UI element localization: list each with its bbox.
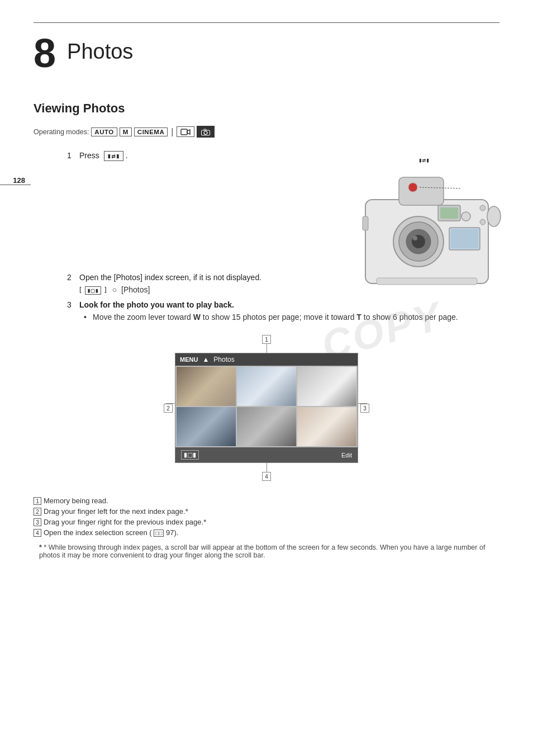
legend-item-4: 4 Open the index selection screen ( □□ 9… xyxy=(34,528,499,537)
camera-svg xyxy=(332,166,516,311)
svg-point-19 xyxy=(487,206,501,226)
legend-text-1: Memory being read. xyxy=(44,497,108,505)
toolbar-camera-icon: ▲ xyxy=(202,356,209,363)
callout-bottom-area: 4 xyxy=(166,463,367,481)
legend-text-4: Open the index selection screen ( □□ 97)… xyxy=(44,528,178,537)
section-title: Viewing Photos xyxy=(34,101,499,116)
thumb-1 xyxy=(177,367,236,406)
bottom-left-icon: ▮▢▮ xyxy=(181,450,199,460)
chapter-number: 8 xyxy=(34,33,56,73)
callout-1: 1 xyxy=(262,335,271,344)
step-1-text: Press ▮⇄▮ . xyxy=(79,151,128,161)
toolbar-title: Photos xyxy=(213,356,234,363)
page-number: 128 xyxy=(0,176,31,185)
step-1-button-icon: ▮⇄▮ xyxy=(104,151,123,161)
camera-illustration: ▮⇄▮ xyxy=(332,157,516,313)
callout-top-area: 1 xyxy=(166,335,367,353)
svg-point-18 xyxy=(480,205,486,211)
screen-toolbar: MENU ▲ Photos xyxy=(175,353,358,366)
top-rule xyxy=(34,22,499,23)
svg-rect-15 xyxy=(451,229,478,248)
mode-auto: AUTO xyxy=(91,127,117,136)
svg-rect-22 xyxy=(363,216,368,230)
mode-camera xyxy=(197,126,215,138)
legend-num-3: 3 xyxy=(34,518,41,526)
mode-m: M xyxy=(120,127,132,136)
thumb-5 xyxy=(237,407,296,446)
operating-modes-label: Operating modes: xyxy=(34,128,89,136)
legend-list: 1 Memory being read. 2 Drag your finger … xyxy=(34,497,499,537)
callout-top-line xyxy=(266,344,267,353)
svg-rect-0 xyxy=(181,129,187,135)
note-asterisk: * xyxy=(39,544,42,551)
menu-label: MENU xyxy=(180,356,198,363)
screen-bottom-bar: ▮▢▮ Edit xyxy=(175,447,358,462)
step-3-bullet: • Move the zoom lever toward W to show 1… xyxy=(84,313,499,322)
bottom-edit-label: Edit xyxy=(341,452,352,459)
legend-item-2: 2 Drag your finger left for the next ind… xyxy=(34,507,499,516)
legend-item-3: 3 Drag your finger right for the previou… xyxy=(34,518,499,526)
legend-text-3: Drag your finger right for the previous … xyxy=(44,518,206,526)
page-num-rule xyxy=(0,185,31,185)
mode-cinema: CINEMA xyxy=(134,127,168,136)
legend-num-2: 2 xyxy=(34,508,41,516)
step-1-number: 1 xyxy=(67,151,76,160)
svg-marker-1 xyxy=(187,130,190,134)
operating-modes: Operating modes: AUTO M CINEMA | xyxy=(34,126,499,138)
svg-rect-13 xyxy=(440,207,458,219)
callout-bottom-line xyxy=(266,463,267,472)
svg-point-21 xyxy=(408,183,417,192)
note-block: * * While browsing through index pages, … xyxy=(34,544,499,559)
mode-sep-1: | xyxy=(171,127,173,137)
thumb-4 xyxy=(177,407,236,446)
svg-rect-6 xyxy=(399,177,444,205)
thumb-2 xyxy=(237,367,296,406)
page: 8 Photos Viewing Photos Operating modes:… xyxy=(0,0,533,593)
screen-outer: 1 2 MENU ▲ Photos xyxy=(166,335,367,481)
legend-item-1: 1 Memory being read. xyxy=(34,497,499,505)
callout-4: 4 xyxy=(262,472,271,481)
thumb-3 xyxy=(297,367,356,406)
legend-num-4: 4 xyxy=(34,529,41,537)
callout-3: 3 xyxy=(360,404,369,413)
book-icon: □□ xyxy=(154,530,164,537)
camcorder-icon xyxy=(180,128,191,136)
svg-rect-4 xyxy=(204,129,206,131)
callout-right-area: 3 xyxy=(358,403,367,413)
screen-row: 2 MENU ▲ Photos xyxy=(166,353,367,463)
step-3-text: Look for the photo you want to play back… xyxy=(79,300,234,309)
screen-inner: MENU ▲ Photos ▮▢▮ xyxy=(175,353,358,463)
legend-text-2: Drag your finger left for the next index… xyxy=(44,507,188,516)
photo-grid xyxy=(175,366,358,447)
camera-button-label: ▮⇄▮ xyxy=(332,157,516,164)
callout-left-area: 2 xyxy=(166,403,175,413)
camera-icon xyxy=(201,129,210,136)
bullet-dot: • xyxy=(84,313,89,322)
callout-2: 2 xyxy=(164,404,173,413)
sub-icon: ▮▢▮ xyxy=(85,286,101,295)
svg-point-17 xyxy=(480,219,486,225)
svg-point-16 xyxy=(461,212,470,221)
svg-rect-20 xyxy=(377,278,477,285)
chapter-title: Photos xyxy=(67,33,133,64)
thumb-6 xyxy=(297,407,356,446)
note-text: * While browsing through index pages, a … xyxy=(39,544,485,559)
screen-mockup-container: 1 2 MENU ▲ Photos xyxy=(34,335,499,481)
step-2-text: Open the [Photos] index screen, if it is… xyxy=(79,273,261,282)
step-2-number: 2 xyxy=(67,273,76,282)
mode-camcorder xyxy=(177,126,194,138)
chapter-header: 8 Photos xyxy=(34,33,499,73)
svg-point-11 xyxy=(413,236,417,240)
legend-num-1: 1 xyxy=(34,497,41,505)
step-3-bullet-text: Move the zoom lever toward W to show 15 … xyxy=(93,313,458,322)
step-3-number: 3 xyxy=(67,300,76,309)
